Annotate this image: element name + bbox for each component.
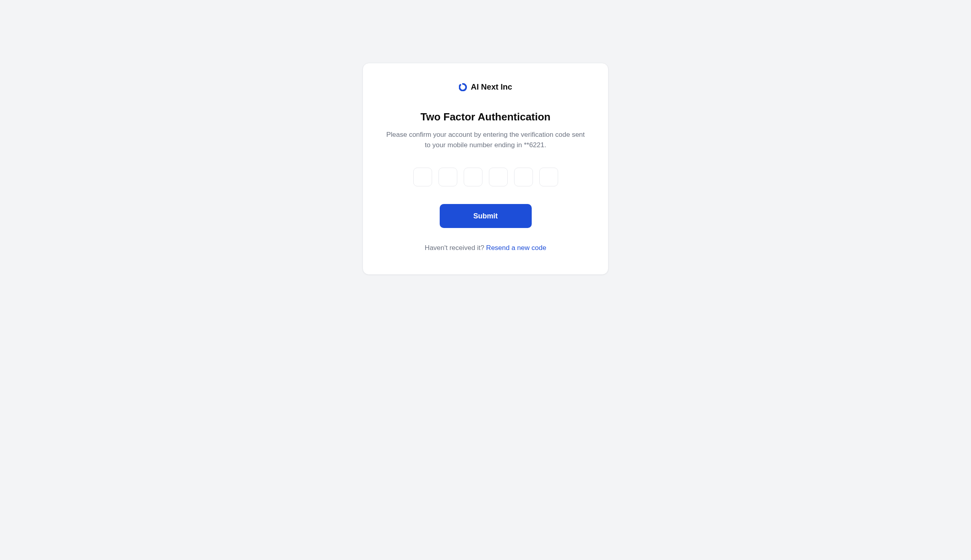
submit-button[interactable]: Submit bbox=[440, 204, 532, 228]
page-title: Two Factor Authentication bbox=[420, 111, 551, 123]
pin-input-6[interactable] bbox=[539, 168, 558, 186]
company-logo-icon bbox=[459, 83, 467, 91]
pin-input-5[interactable] bbox=[514, 168, 533, 186]
pin-input-2[interactable] bbox=[438, 168, 457, 186]
pin-input-1[interactable] bbox=[413, 168, 432, 186]
resend-section: Haven't received it? Resend a new code bbox=[425, 244, 547, 252]
logo-section: AI Next Inc bbox=[459, 82, 512, 92]
pin-input-group bbox=[413, 168, 558, 186]
description-text: Please confirm your account by entering … bbox=[386, 130, 586, 150]
two-factor-card: AI Next Inc Two Factor Authentication Pl… bbox=[362, 63, 609, 275]
resend-link[interactable]: Resend a new code bbox=[486, 244, 546, 252]
pin-input-4[interactable] bbox=[489, 168, 508, 186]
company-name: AI Next Inc bbox=[471, 82, 512, 92]
resend-prompt: Haven't received it? bbox=[425, 244, 487, 252]
pin-input-3[interactable] bbox=[464, 168, 482, 186]
